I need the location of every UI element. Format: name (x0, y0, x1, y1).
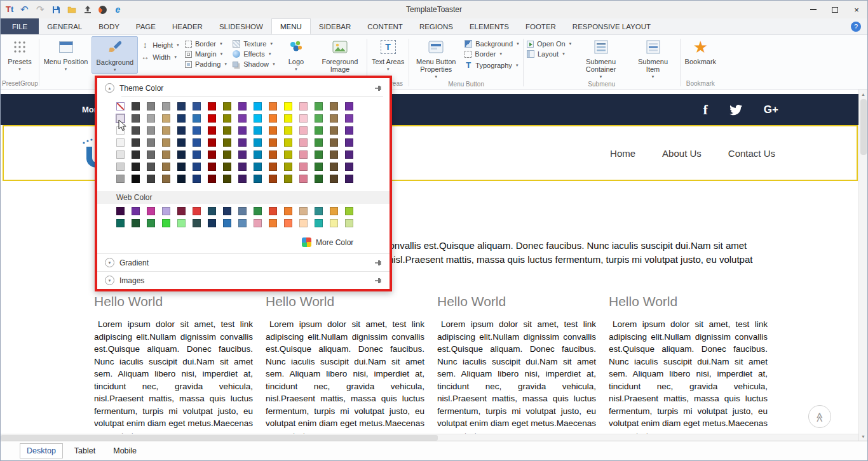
color-swatch[interactable] (299, 163, 308, 171)
color-swatch[interactable] (208, 126, 216, 135)
color-swatch[interactable] (177, 150, 186, 159)
color-swatch[interactable] (238, 150, 247, 159)
typography-button[interactable]: T Typography▼ (465, 60, 520, 70)
foreground-image-button[interactable]: Foreground Image ▼ (314, 36, 366, 80)
color-swatch[interactable] (162, 126, 170, 135)
color-swatch[interactable] (284, 102, 292, 110)
tab-body[interactable]: BODY (90, 18, 128, 34)
color-swatch[interactable] (162, 150, 170, 159)
color-swatch[interactable] (269, 114, 277, 123)
tab-menu[interactable]: MENU (271, 18, 311, 34)
color-swatch[interactable] (254, 126, 262, 135)
color-swatch[interactable] (238, 126, 247, 135)
color-swatch[interactable] (162, 175, 170, 183)
color-swatch[interactable] (147, 114, 155, 123)
maximize-button[interactable] (824, 1, 846, 18)
color-swatch[interactable] (284, 163, 292, 171)
color-swatch[interactable] (177, 102, 186, 110)
scroll-to-top-button[interactable]: ≪ (808, 405, 831, 428)
presets-button[interactable]: Presets ▼ (2, 36, 37, 72)
tab-general[interactable]: GENERAL (39, 18, 90, 34)
firefox-preview-button[interactable] (98, 6, 107, 14)
color-swatch[interactable] (299, 207, 308, 215)
color-swatch[interactable] (238, 102, 247, 110)
color-swatch[interactable] (330, 126, 338, 135)
color-swatch[interactable] (132, 126, 140, 135)
tab-responsive-layout[interactable]: RESPONSIVE LAYOUT (564, 18, 659, 34)
color-swatch[interactable] (116, 219, 125, 227)
tab-header[interactable]: HEADER (164, 18, 211, 34)
color-swatch[interactable] (238, 114, 247, 123)
tab-page[interactable]: PAGE (128, 18, 164, 34)
statusbar-tab-mobile[interactable]: Mobile (107, 444, 143, 458)
color-swatch[interactable] (299, 138, 308, 147)
color-swatch[interactable] (193, 219, 201, 227)
color-swatch[interactable] (315, 114, 323, 123)
color-swatch[interactable] (299, 102, 308, 110)
color-swatch[interactable] (147, 207, 155, 215)
color-swatch[interactable] (254, 163, 262, 171)
color-swatch[interactable] (254, 175, 262, 183)
color-swatch[interactable] (345, 175, 353, 183)
layout-button[interactable]: Layout▼ (527, 50, 573, 58)
redo-button[interactable]: ↷ (35, 4, 45, 15)
background-button[interactable]: Background ▼ (92, 36, 138, 74)
menu-button-properties-button[interactable]: Menu Button Properties ▼ (410, 36, 462, 80)
facebook-icon[interactable]: f (703, 102, 708, 118)
color-swatch[interactable] (223, 126, 231, 135)
color-swatch[interactable] (116, 163, 125, 171)
color-swatch[interactable] (269, 219, 277, 227)
color-swatch[interactable] (132, 114, 140, 123)
color-swatch[interactable] (223, 207, 231, 215)
shadow-button[interactable]: Shadow▼ (233, 60, 276, 68)
upload-button[interactable] (83, 4, 93, 15)
theme-color-header[interactable]: ▲ Theme Color (97, 78, 390, 94)
color-swatch[interactable] (132, 163, 140, 171)
color-swatch[interactable] (208, 163, 216, 171)
statusbar-tab-desktop[interactable]: Desktop (20, 443, 63, 458)
images-section-header[interactable]: ▼ Images (97, 271, 390, 289)
open-on-button[interactable]: Open On▼ (527, 40, 573, 48)
color-swatch[interactable] (345, 207, 353, 215)
color-swatch[interactable] (299, 219, 308, 227)
horizontal-scrollbar[interactable] (1, 434, 858, 441)
menu-item-home[interactable]: Home (610, 148, 635, 159)
color-swatch[interactable] (238, 175, 247, 183)
color-swatch[interactable] (254, 114, 262, 123)
color-swatch[interactable] (132, 102, 140, 110)
color-swatch[interactable] (147, 126, 155, 135)
color-swatch[interactable] (193, 102, 201, 110)
color-swatch[interactable] (223, 138, 231, 147)
color-swatch[interactable] (193, 207, 201, 215)
color-swatch[interactable] (177, 126, 186, 135)
color-swatch[interactable] (299, 175, 308, 183)
color-swatch[interactable] (269, 102, 277, 110)
color-swatch[interactable] (299, 150, 308, 159)
vertical-scrollbar[interactable]: ▲ ▼ (858, 90, 867, 441)
color-swatch[interactable] (162, 138, 170, 147)
color-swatch[interactable] (345, 102, 353, 110)
color-swatch[interactable] (177, 219, 186, 227)
help-icon[interactable]: ? (851, 22, 861, 32)
color-swatch[interactable] (284, 219, 292, 227)
color-swatch[interactable] (193, 150, 201, 159)
color-swatch[interactable] (223, 175, 231, 183)
color-swatch[interactable] (208, 138, 216, 147)
menu-button-border-button[interactable]: Border▼ (465, 50, 520, 58)
color-swatch[interactable] (147, 150, 155, 159)
color-swatch[interactable] (330, 219, 338, 227)
color-swatch[interactable] (132, 219, 140, 227)
color-swatch[interactable] (208, 207, 216, 215)
color-swatch[interactable] (345, 126, 353, 135)
tab-slideshow[interactable]: SLIDESHOW (211, 18, 271, 34)
statusbar-tab-tablet[interactable]: Tablet (68, 444, 102, 458)
color-swatch[interactable] (315, 102, 323, 110)
color-swatch[interactable] (177, 207, 186, 215)
color-swatch[interactable] (345, 163, 353, 171)
color-swatch[interactable] (315, 207, 323, 215)
logo-button[interactable]: Logo ▼ (278, 36, 314, 72)
color-swatch[interactable] (330, 102, 338, 110)
color-swatch[interactable] (284, 175, 292, 183)
color-swatch[interactable] (284, 207, 292, 215)
color-swatch[interactable] (315, 150, 323, 159)
